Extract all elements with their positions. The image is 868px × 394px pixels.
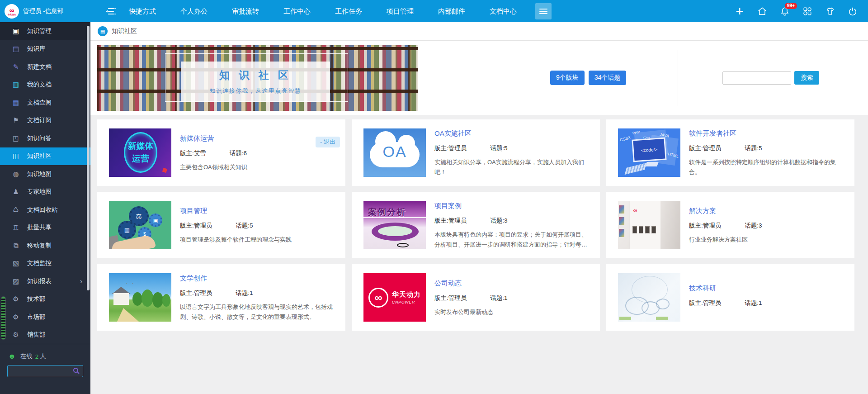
topics-label: 话题: xyxy=(745,222,759,229)
nav-item-approval-flow[interactable]: 审批流转 xyxy=(220,0,271,22)
online-unit: 人 xyxy=(40,352,46,361)
nav-item-project-management[interactable]: 项目管理 xyxy=(374,0,426,22)
screen-shapes xyxy=(632,226,656,233)
sidebar-search-input[interactable] xyxy=(7,365,83,377)
sections-count-button[interactable]: 9个版块 xyxy=(550,71,585,85)
user-label[interactable]: 管理员 -信息部 xyxy=(23,7,63,15)
sidebar-item-knowledge-qa[interactable]: ◳ 知识问答 xyxy=(0,129,90,147)
sidebar-drag-handle[interactable] xyxy=(1,296,6,340)
sidebar-item-sales-department[interactable]: ⚙ 销售部 xyxy=(0,326,90,344)
owner-value: 管理员 xyxy=(448,294,467,301)
card-meta: 版主:艾雪 话题:6 xyxy=(180,149,337,157)
sidebar-item-label: 知识库 xyxy=(27,45,46,53)
sidebar-item-batch-share[interactable]: ♊ 批量共享 xyxy=(0,219,90,237)
company-news-card-image[interactable]: ∞ 华天动力 CNPOWER xyxy=(363,273,426,322)
owner-value: 管理员 xyxy=(703,299,722,306)
developer-card-image[interactable]: <code/> PHP CSS3 C++ JAVA HTML xyxy=(618,128,680,177)
sidebar-item-document-subscription[interactable]: ⚑ 文档订阅 xyxy=(0,112,90,130)
card-title-link[interactable]: 新媒体运营 xyxy=(180,134,214,143)
bell-icon[interactable]: 99+ xyxy=(779,6,790,17)
owner-label: 版主: xyxy=(180,222,194,229)
sidebar-item-knowledge-reports[interactable]: ▨ 知识报表 › xyxy=(0,272,90,290)
new-media-card-image[interactable]: 新媒体 运营 xyxy=(109,128,171,177)
theme-icon[interactable] xyxy=(825,6,835,17)
nav-item-document-center[interactable]: 文档中心 xyxy=(477,0,529,22)
monitor-shape: <code/> xyxy=(632,137,666,162)
sidebar-item-document-review[interactable]: ▦ 文档查阅 xyxy=(0,94,90,112)
community-search-input[interactable] xyxy=(722,71,791,85)
sidebar-item-label: 文档监控 xyxy=(27,259,52,267)
apps-icon[interactable] xyxy=(802,6,813,17)
sidebar-menu: ▣ 知识管理 ▤ 知识库 ✎ 新建文档 ▥ 我的文档 ▦ 文档查阅 ⚑ 文档订阅 xyxy=(0,22,90,344)
card-meta: 版主:管理员 话题:3 xyxy=(689,222,846,230)
card-title-link[interactable]: OA实施社区 xyxy=(434,129,472,138)
sidebar-item-move-copy[interactable]: ⧉ 移动复制 xyxy=(0,237,90,255)
search-icon[interactable] xyxy=(73,367,80,375)
company-logo-icon[interactable]: ∞ 华天动力 xyxy=(5,4,19,19)
tech-research-card-image[interactable] xyxy=(618,273,680,322)
nav-item-shortcuts[interactable]: 快捷方式 xyxy=(117,0,168,22)
topics-label: 话题: xyxy=(236,290,250,296)
bookshelf-banner-image: 知 识 社 区 知识连接你我，从这里点亮智慧 xyxy=(97,45,418,111)
sidebar-item-market-department[interactable]: ⚙ 市场部 xyxy=(0,308,90,326)
person-icon: ☻ xyxy=(8,352,16,361)
nav-item-work-tasks[interactable]: 工作任务 xyxy=(323,0,374,22)
topics-label: 话题: xyxy=(236,222,250,229)
collapse-menu-icon[interactable] xyxy=(105,6,117,17)
sidebar-item-document-monitor[interactable]: ▧ 文档监控 xyxy=(0,255,90,273)
sidebar-item-expert-map[interactable]: ♟ 专家地图 xyxy=(0,183,90,201)
card-description: 主要包含OA领域相关知识 xyxy=(180,162,337,172)
more-menus-button[interactable] xyxy=(535,3,552,19)
nav-item-internal-mail[interactable]: 内部邮件 xyxy=(426,0,477,22)
card-meta: 版主:管理员 话题:1 xyxy=(180,289,337,297)
sidebar-item-new-document[interactable]: ✎ 新建文档 xyxy=(0,58,90,76)
sidebar-item-knowledge-community[interactable]: ◫ 知识社区 xyxy=(0,147,90,166)
sidebar-item-knowledge-base[interactable]: ▤ 知识库 xyxy=(0,40,90,58)
topbar-brand-area: ∞ 华天动力 管理员 -信息部 xyxy=(0,4,90,19)
card-description: 项目管理是涉及整个软件工程的理念与实践 xyxy=(180,235,337,244)
online-status: ☻ 在线 2 人 xyxy=(8,352,83,361)
card-title-link[interactable]: 技术科研 xyxy=(689,284,716,293)
literature-card-image[interactable]: ⌄ ⌄ xyxy=(109,273,171,322)
table-shape xyxy=(372,223,419,241)
card-title-link[interactable]: 软件开发者社区 xyxy=(689,129,736,138)
card-title-link[interactable]: 文学创作 xyxy=(180,274,207,283)
sidebar-footer: ☻ 在线 2 人 xyxy=(0,344,90,394)
image-text: 新媒体 xyxy=(128,140,154,152)
sidebar-scrollbar[interactable] xyxy=(87,26,90,290)
nav-item-personal-office[interactable]: 个人办公 xyxy=(168,0,220,22)
owner-label: 版主: xyxy=(689,145,703,152)
sidebar-item-knowledge-management[interactable]: ▣ 知识管理 xyxy=(0,22,90,40)
watermark-chip xyxy=(656,317,668,320)
quit-community-button[interactable]: - 退出 xyxy=(316,137,340,147)
image-text: C++ xyxy=(643,135,651,140)
topics-count-button[interactable]: 34个话题 xyxy=(589,71,627,85)
card-meta: 版主:管理员 话题:3 xyxy=(434,217,592,225)
solution-card-image[interactable]: ∞ xyxy=(618,201,680,249)
card-title-link[interactable]: 项目案例 xyxy=(434,202,462,210)
card-title-link[interactable]: 公司动态 xyxy=(434,279,462,288)
sidebar-item-my-documents[interactable]: ▥ 我的文档 xyxy=(0,76,90,94)
tree-shape xyxy=(152,292,163,308)
owner-label: 版主: xyxy=(180,150,194,157)
owner-label: 版主: xyxy=(180,290,194,296)
sidebar-item-tech-department[interactable]: ⚙ 技术部 xyxy=(0,290,90,309)
card-title-link[interactable]: 解决方案 xyxy=(689,207,716,215)
power-icon[interactable] xyxy=(847,6,858,17)
image-text: OA xyxy=(363,143,426,161)
decor-wall xyxy=(660,201,680,249)
search-button[interactable]: 搜索 xyxy=(794,71,819,85)
card-meta: 版主:管理员 话题:5 xyxy=(689,144,846,152)
home-icon[interactable] xyxy=(757,6,768,17)
sidebar-item-document-recycle-bin[interactable]: ♺ 文档回收站 xyxy=(0,201,90,219)
topics-label: 话题: xyxy=(745,145,759,152)
house-shape xyxy=(113,293,129,305)
nav-item-work-center[interactable]: 工作中心 xyxy=(271,0,323,22)
project-management-card-image[interactable]: ⚖ ▦ ▣ $ xyxy=(109,201,171,249)
card-title-link[interactable]: 项目管理 xyxy=(180,207,207,215)
card-meta: 版主:管理员 话题:5 xyxy=(434,144,592,152)
case-analysis-card-image[interactable]: 案例分析 xyxy=(363,201,426,249)
plus-icon[interactable]: + xyxy=(734,6,745,17)
sidebar-item-knowledge-map[interactable]: ◍ 知识地图 xyxy=(0,165,90,183)
oa-cloud-card-image[interactable]: OA xyxy=(363,128,426,177)
